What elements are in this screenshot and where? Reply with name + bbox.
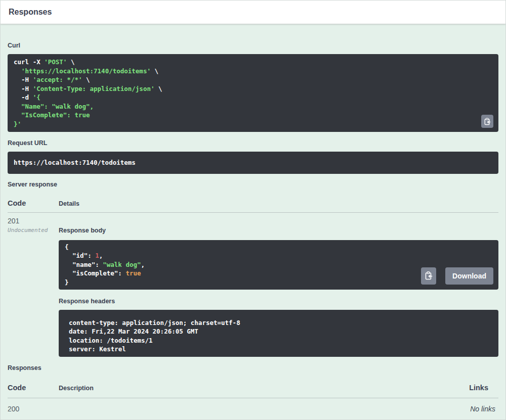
copy-curl-button[interactable] [481,115,493,128]
live-response-table-header: Code Details [8,199,498,213]
request-url-block: https://localhost:7140/todoitems [8,152,498,174]
live-response-details-cell: Response body { "id": 1, "name": "walk d… [59,213,498,357]
undocumented-badge: Undocumented [8,227,59,234]
live-response-row: 201 Undocumented Response body { "id": 1… [8,213,498,357]
response-row: 200 No links [8,398,498,413]
response-headers-label: Response headers [59,298,498,305]
request-url-value: https://localhost:7140/todoitems [14,158,492,167]
responses-section-header: Responses [1,1,505,24]
curl-label: Curl [8,42,498,49]
description-column-header: Description [59,385,433,392]
server-response-label: Server response [8,181,498,188]
details-column-header: Details [59,200,498,207]
responses-table-header: Code Description Links [8,384,498,398]
clipboard-icon [425,271,433,280]
response-row-description [59,405,433,413]
links-column-header: Links [433,384,498,392]
request-url-label: Request URL [8,139,498,147]
code-column-header: Code [8,384,59,392]
clipboard-icon [484,118,491,125]
response-status-code: 201 [8,217,59,225]
response-row-links: No links [433,405,498,413]
responses-label: Responses [8,364,498,371]
section-title: Responses [9,8,52,17]
response-body-label: Response body [59,227,498,234]
opblock-body: Curl curl -X 'POST' \ 'https://localhost… [1,24,505,420]
response-headers-text: content-type: application/json; charset=… [69,318,492,354]
curl-command-block: curl -X 'POST' \ 'https://localhost:7140… [8,54,498,132]
response-body-block: { "id": 1, "name": "walk dog", "isComple… [59,240,498,290]
curl-command-text: curl -X 'POST' \ 'https://localhost:7140… [14,58,476,128]
copy-response-button[interactable] [421,267,436,285]
code-column-header: Code [8,199,59,207]
response-body-actions: Download [421,267,493,285]
live-response-code-cell: 201 Undocumented [8,213,59,357]
response-headers-block: content-type: application/json; charset=… [59,310,498,357]
response-row-code: 200 [8,405,59,413]
responses-panel: Responses Curl curl -X 'POST' \ 'https:/… [0,0,506,420]
download-button[interactable]: Download [445,267,493,285]
